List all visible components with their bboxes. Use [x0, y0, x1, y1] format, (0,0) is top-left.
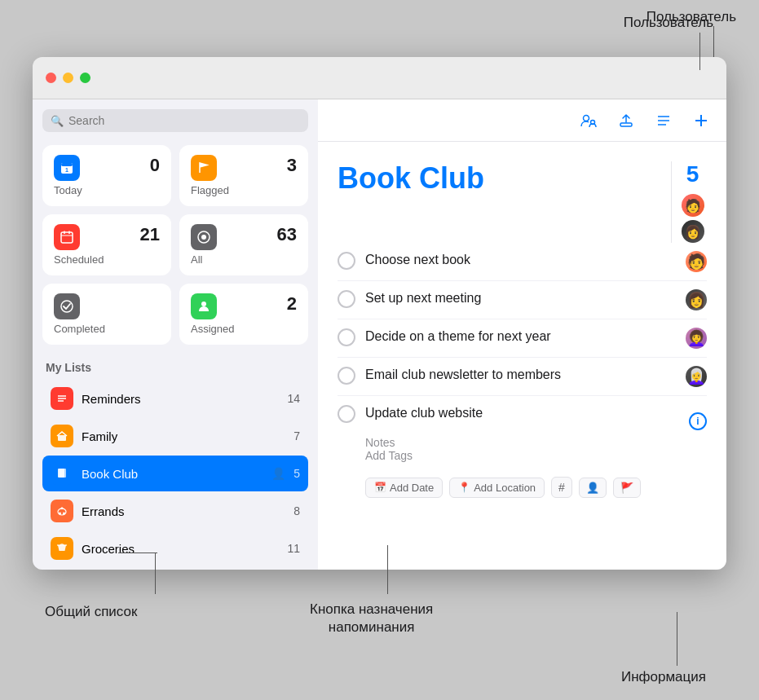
annotation-assign-label: Кнопка назначениянапоминания [310, 601, 433, 636]
task-title-4: Email club newsletter to members [365, 366, 676, 384]
share-people-button[interactable] [576, 108, 601, 133]
scheduled-label: Scheduled [54, 253, 160, 266]
groceries-icon [51, 537, 73, 560]
svg-point-8 [201, 235, 206, 240]
sidebar: 🔍 1 [33, 99, 318, 570]
search-icon: 🔍 [51, 115, 64, 127]
smart-item-completed[interactable]: Completed [42, 284, 171, 345]
all-label: All [191, 253, 297, 266]
flagged-label: Flagged [191, 184, 297, 196]
svg-point-10 [201, 302, 206, 306]
hash-icon: # [558, 481, 565, 494]
add-button[interactable] [689, 108, 713, 133]
minimize-button[interactable] [63, 73, 73, 83]
task-title-1: Choose next book [365, 251, 676, 269]
view-options-button[interactable] [651, 108, 676, 133]
errands-name: Errands [82, 504, 285, 518]
assigned-label: Assigned [191, 323, 297, 335]
list-items: Reminders 14 Family 7 [42, 381, 308, 566]
groceries-count: 11 [287, 542, 300, 555]
assign-button[interactable]: 👤 [579, 478, 607, 498]
flagged-icon [191, 155, 217, 181]
annotation-user-label: Пользователь [624, 15, 713, 31]
task-actions: 📅 Add Date 📍 Add Location # [365, 477, 641, 498]
task-content-3: Decide on a theme for next year [365, 328, 676, 346]
task-avatar-1: 🧑 [686, 251, 707, 272]
smart-item-flagged[interactable]: 3 Flagged [179, 145, 308, 206]
task-item: Email club newsletter to members 👩‍🦳 [338, 358, 707, 396]
task-avatar-2: 👩 [686, 289, 707, 310]
smart-grid: 1 0 Today [42, 145, 308, 345]
member-count: 5 [686, 161, 699, 187]
task-checkbox-4[interactable] [338, 367, 355, 385]
bookclub-icon [51, 462, 73, 485]
add-location-label: Add Location [474, 482, 536, 494]
svg-rect-16 [60, 469, 66, 478]
my-lists-header: My Lists [42, 361, 308, 374]
task-title-2: Set up next meeting [365, 289, 676, 307]
family-name: Family [82, 429, 285, 443]
flag-button[interactable]: 🚩 [613, 478, 641, 498]
groceries-name: Groceries [82, 542, 279, 556]
task-avatar-4: 👩‍🦳 [686, 366, 707, 387]
add-tag-button[interactable]: # [551, 477, 572, 498]
annotation-shared-label: Общий список [45, 604, 137, 620]
annotation-assign-line-v [387, 545, 388, 594]
reminders-count: 14 [287, 392, 300, 405]
bookclub-count: 5 [293, 467, 300, 480]
task-checkbox-5[interactable] [338, 405, 355, 423]
family-icon [51, 425, 73, 447]
svg-point-19 [63, 513, 65, 515]
svg-rect-14 [58, 435, 66, 441]
person-icon: 👤 [586, 482, 599, 494]
list-item-errands[interactable]: Errands 8 [42, 493, 308, 529]
search-bar[interactable]: 🔍 [42, 109, 308, 132]
task-checkbox-2[interactable] [338, 290, 355, 308]
smart-item-scheduled[interactable]: 21 Scheduled [42, 214, 171, 275]
svg-point-20 [584, 115, 589, 121]
task-list: Choose next book 🧑 Set up next meeting 👩 [338, 243, 707, 506]
task-info-button[interactable]: i [689, 412, 707, 430]
smart-item-today[interactable]: 1 0 Today [42, 145, 171, 206]
list-item-family[interactable]: Family 7 [42, 418, 308, 454]
smart-item-assigned[interactable]: 2 Assigned [179, 284, 308, 345]
task-checkbox-1[interactable] [338, 252, 355, 270]
location-icon: 📍 [458, 482, 470, 493]
all-icon [191, 224, 217, 250]
maximize-button[interactable] [80, 73, 90, 83]
annotation-info-line-v [677, 612, 677, 666]
main-content: 🔍 1 [33, 99, 726, 570]
traffic-lights [46, 73, 90, 83]
flag-icon: 🚩 [620, 482, 633, 494]
info-icon: i [696, 416, 699, 427]
add-date-label: Add Date [390, 482, 434, 494]
annotation-shared-line-h [118, 553, 157, 553]
list-item-reminders[interactable]: Reminders 14 [42, 381, 308, 416]
title-bar [33, 57, 726, 99]
annotation-info-label: Информация [621, 669, 706, 685]
assigned-icon [191, 293, 217, 319]
detail-panel: Book Club 5 🧑 👩 [318, 99, 726, 570]
add-location-button[interactable]: 📍 Add Location [449, 478, 545, 498]
annotation-shared-line-v [155, 553, 156, 594]
today-label: Today [54, 184, 160, 196]
reminders-name: Reminders [82, 392, 279, 406]
avatar-2: 👩 [682, 220, 704, 243]
task-item: Choose next book 🧑 [338, 243, 707, 281]
task-content-4: Email club newsletter to members [365, 366, 676, 384]
smart-item-all[interactable]: 63 All [179, 214, 308, 275]
task-tags-text: Add Tags [365, 449, 413, 462]
task-checkbox-3[interactable] [338, 328, 355, 346]
svg-rect-22 [620, 123, 632, 126]
list-item-groceries[interactable]: Groceries 11 [42, 531, 308, 566]
search-input[interactable] [68, 114, 300, 127]
reminders-icon [51, 387, 73, 410]
svg-point-18 [59, 513, 61, 515]
list-item-bookclub[interactable]: Book Club 👤 5 [42, 456, 308, 491]
close-button[interactable] [46, 73, 56, 83]
add-date-button[interactable]: 📅 Add Date [365, 478, 443, 498]
all-count: 63 [277, 224, 297, 245]
today-count: 0 [150, 155, 160, 176]
upload-button[interactable] [614, 108, 638, 133]
assigned-count: 2 [287, 293, 297, 315]
